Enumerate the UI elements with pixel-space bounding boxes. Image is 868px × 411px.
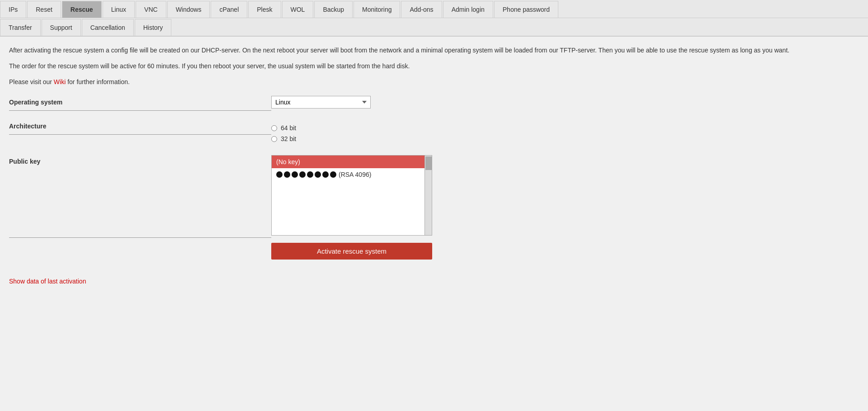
os-label: Operating system [9, 96, 271, 111]
dot5 [307, 171, 313, 178]
key-list-area: (No key) [271, 155, 425, 236]
form-section: Operating system Linux FreeBSD Windows A… [9, 96, 850, 260]
nav-row2: TransferSupportCancellationHistory [0, 18, 868, 37]
os-select[interactable]: Linux FreeBSD Windows [271, 96, 371, 109]
nav-tab-history[interactable]: History [135, 19, 172, 36]
dot4 [299, 171, 306, 178]
nav-tab-linux[interactable]: Linux [103, 1, 135, 18]
show-data-link[interactable]: Show data of last activation [9, 278, 86, 285]
info3-before: Please visit our [9, 78, 54, 85]
nav-tab-cpanel[interactable]: cPanel [211, 1, 247, 18]
nav-tab-ips[interactable]: IPs [0, 1, 26, 18]
nav-tab-plesk[interactable]: Plesk [248, 1, 281, 18]
nav-tab-cancellation[interactable]: Cancellation [82, 19, 134, 36]
radio-32bit-input[interactable] [271, 136, 277, 142]
main-content: After activating the rescue system a con… [0, 37, 859, 294]
dot3 [292, 171, 298, 178]
arch-row: Architecture 64 bit 32 bit [9, 120, 850, 146]
dot1 [276, 171, 283, 178]
dot8 [330, 171, 336, 178]
info-text-2: The order for the rescue system will be … [9, 61, 850, 71]
radio-64bit-label: 64 bit [281, 124, 296, 132]
nav-tab-vnc[interactable]: VNC [136, 1, 166, 18]
nav-tab-wol[interactable]: WOL [282, 1, 314, 18]
arch-label: Architecture [9, 120, 271, 135]
dot6 [315, 171, 321, 178]
nav-tab-monitoring[interactable]: Monitoring [354, 1, 400, 18]
arch-control: 64 bit 32 bit [271, 120, 296, 146]
pubkey-row: Public key (No key) [9, 155, 850, 260]
activate-rescue-button[interactable]: Activate rescue system [271, 243, 432, 260]
radio-64bit[interactable]: 64 bit [271, 124, 296, 132]
nav-tab-transfer[interactable]: Transfer [0, 19, 41, 36]
info-text-3: Please visit our Wiki for further inform… [9, 77, 850, 87]
key-listbox-empty [272, 181, 425, 235]
radio-32bit-label: 32 bit [281, 135, 296, 142]
nav-tab-phonepassword[interactable]: Phone password [494, 1, 558, 18]
key-listbox-container: (No key) [271, 155, 432, 236]
key-option-rsa[interactable]: (RSA 4096) [272, 168, 425, 181]
info-text-1: After activating the rescue system a con… [9, 46, 850, 55]
key-dots [276, 171, 336, 178]
nav-tab-adminlogin[interactable]: Admin login [443, 1, 493, 18]
rsa-key-label: (RSA 4096) [339, 171, 371, 178]
pubkey-control: (No key) [271, 155, 432, 260]
listbox-scrollbar[interactable] [425, 155, 432, 236]
nav-tab-addons[interactable]: Add-ons [401, 1, 442, 18]
info3-after: for further information. [66, 78, 130, 85]
nav-tab-rescue[interactable]: Rescue [62, 1, 102, 18]
os-row: Operating system Linux FreeBSD Windows [9, 96, 850, 111]
dot2 [284, 171, 290, 178]
os-control: Linux FreeBSD Windows [271, 96, 371, 109]
nav-tab-reset[interactable]: Reset [27, 1, 61, 18]
key-option-no-key[interactable]: (No key) [272, 156, 425, 168]
key-listbox[interactable]: (No key) [271, 155, 425, 236]
nav-tab-windows[interactable]: Windows [167, 1, 210, 18]
nav-tab-backup[interactable]: Backup [314, 1, 353, 18]
nav-tab-support[interactable]: Support [42, 19, 81, 36]
radio-32bit[interactable]: 32 bit [271, 135, 296, 142]
dot7 [322, 171, 329, 178]
nav-row1: IPsResetRescueLinuxVNCWindowscPanelPlesk… [0, 0, 868, 18]
radio-group: 64 bit 32 bit [271, 124, 296, 146]
scrollbar-thumb [425, 156, 432, 170]
pubkey-label: Public key [9, 155, 271, 238]
radio-64bit-input[interactable] [271, 125, 277, 131]
wiki-link[interactable]: Wiki [54, 78, 66, 85]
